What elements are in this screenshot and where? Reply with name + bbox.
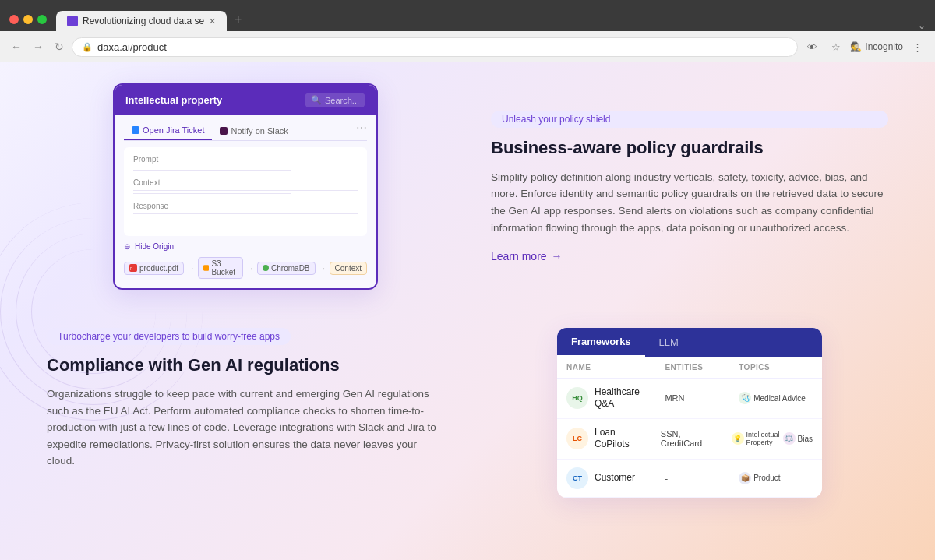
- policy-badge: Unleash your policy shield: [491, 111, 888, 128]
- col-header-entities: ENTITIES: [665, 363, 739, 372]
- prompt-line2: [133, 170, 291, 171]
- healthcare-entities: MRN: [665, 393, 739, 403]
- pipeline-arrow2: →: [246, 264, 254, 273]
- learn-more-link[interactable]: Learn more →: [491, 250, 888, 262]
- ip-icon: 💡: [732, 432, 744, 445]
- ip-card-header: Intellectual property 🔍 Search...: [115, 85, 376, 115]
- tab-slack[interactable]: Notify on Slack: [212, 122, 295, 140]
- decorative-arcs: [31, 203, 171, 421]
- minimize-window-button[interactable]: [23, 15, 33, 24]
- slack-icon: [220, 127, 228, 135]
- lock-icon: 🔒: [82, 42, 93, 52]
- product-icon: 📦: [739, 472, 751, 484]
- incognito-icon: 🕵️: [850, 41, 862, 52]
- tab-jira[interactable]: Open Jira Ticket: [124, 122, 212, 140]
- healthcare-topics: 🩺 Medical Advice: [739, 392, 813, 404]
- medical-icon: 🩺: [739, 392, 751, 404]
- tab-favicon: [67, 16, 78, 26]
- title-bar: Revolutionizing cloud data se ✕ + ⌄: [0, 0, 935, 31]
- name-cell-loan: LC LoanCoPilots: [566, 427, 661, 451]
- pipeline-arrow3: →: [319, 264, 326, 273]
- table-row: LC LoanCoPilots SSN,CreditCard 💡 Intelle…: [557, 419, 822, 460]
- active-tab[interactable]: Revolutionizing cloud data se ✕: [56, 11, 227, 31]
- table-column-headers: NAME ENTITIES TOPICS: [557, 357, 822, 379]
- forward-button[interactable]: →: [30, 39, 47, 55]
- healthcare-name: HealthcareQ&A: [595, 386, 640, 410]
- tab-close-button[interactable]: ✕: [209, 16, 216, 26]
- medical-advice-badge: 🩺 Medical Advice: [739, 392, 806, 404]
- browser-window: Revolutionizing cloud data se ✕ + ⌄ ← → …: [0, 0, 935, 62]
- jira-icon: [132, 126, 139, 134]
- table-row: HQ HealthcareQ&A MRN 🩺 Medical Advice: [557, 379, 822, 419]
- col-header-topics: TOPICS: [739, 363, 813, 372]
- arrow-right-icon: →: [552, 250, 563, 262]
- name-cell-customer: CT Customer: [566, 467, 665, 489]
- tab-frameworks[interactable]: Frameworks: [557, 328, 645, 357]
- back-button[interactable]: ←: [8, 39, 25, 55]
- tab-llm[interactable]: LLM: [645, 329, 693, 356]
- prompt-label: Prompt: [133, 155, 358, 164]
- customer-topics: 📦 Product: [739, 472, 813, 484]
- ip-card-title: Intellectual property: [125, 94, 222, 106]
- s3-icon: [203, 264, 209, 272]
- context-label: Context: [133, 178, 358, 187]
- col-header-name: NAME: [566, 363, 665, 372]
- frameworks-header: Frameworks LLM: [557, 328, 822, 357]
- bias-icon: ⚖️: [783, 432, 796, 445]
- page-content: Intellectual property 🔍 Search... Open J…: [0, 62, 935, 560]
- context-line1: [133, 190, 358, 191]
- new-tab-button[interactable]: +: [227, 8, 249, 31]
- incognito-button[interactable]: 🕵️ Incognito: [850, 41, 903, 52]
- pipeline-item-s3: S3 Bucket: [198, 257, 243, 279]
- maximize-window-button[interactable]: [37, 15, 47, 24]
- nav-bar: ← → ↻ 🔒 daxa.ai/product 👁 ☆ 🕵️ Incognito…: [0, 31, 935, 62]
- customer-avatar: CT: [566, 467, 588, 489]
- ip-tabs: Open Jira Ticket Notify on Slack ⋯: [124, 122, 367, 141]
- customer-name: Customer: [595, 472, 635, 484]
- star-icon[interactable]: ☆: [827, 40, 845, 55]
- name-cell-healthcare: HQ HealthcareQ&A: [566, 386, 665, 410]
- bias-badge: ⚖️ Bias: [783, 432, 813, 445]
- ip-badge: 💡 IntellectualProperty: [732, 431, 780, 446]
- chromadb-dot: [263, 265, 269, 271]
- policy-heading: Business-aware policy guardrails: [491, 137, 888, 160]
- tab-bar: Revolutionizing cloud data se ✕ + ⌄: [56, 8, 926, 31]
- loan-name: LoanCoPilots: [595, 427, 630, 451]
- healthcare-avatar: HQ: [566, 387, 588, 409]
- nav-actions: 👁 ☆ 🕵️ Incognito ⋮: [803, 40, 927, 55]
- svg-rect-2: [203, 266, 209, 271]
- bottom-right-panel: Frameworks LLM NAME ENTITIES TOPICS HQ H…: [491, 328, 888, 498]
- customer-entities: -: [665, 474, 739, 483]
- pipeline-context: Context: [330, 262, 367, 275]
- pipeline-item-chromadb: ChromaDB: [257, 262, 315, 275]
- refresh-button[interactable]: ↻: [51, 39, 67, 55]
- frameworks-card: Frameworks LLM NAME ENTITIES TOPICS HQ H…: [557, 328, 822, 498]
- right-panel-top: Unleash your policy shield Business-awar…: [475, 111, 888, 262]
- table-row: CT Customer - 📦 Product: [557, 460, 822, 498]
- url-text: daxa.ai/product: [97, 41, 167, 53]
- eye-slash-icon[interactable]: 👁: [803, 40, 822, 55]
- loan-entities: SSN,CreditCard: [661, 429, 732, 448]
- menu-button[interactable]: ⋮: [908, 40, 927, 55]
- loan-topics: 💡 IntellectualProperty ⚖️ Bias: [732, 431, 813, 446]
- search-icon: 🔍: [311, 95, 322, 105]
- ip-tab-more[interactable]: ⋯: [356, 122, 367, 140]
- incognito-label: Incognito: [865, 41, 903, 52]
- tab-title: Revolutionizing cloud data se: [83, 16, 204, 26]
- ip-search-bar[interactable]: 🔍 Search...: [305, 93, 365, 107]
- tab-overflow-icon: ⌄: [918, 20, 926, 31]
- context-line2: [133, 193, 291, 194]
- ip-search-placeholder: Search...: [325, 96, 359, 105]
- traffic-lights: [9, 15, 47, 24]
- frameworks-table: NAME ENTITIES TOPICS HQ HealthcareQ&A MR…: [557, 357, 822, 498]
- loan-avatar: LC: [566, 428, 588, 449]
- address-bar[interactable]: 🔒 daxa.ai/product: [72, 37, 798, 57]
- policy-description: Simplify policy definition along industr…: [491, 169, 888, 236]
- close-window-button[interactable]: [9, 15, 19, 24]
- product-badge: 📦 Product: [739, 472, 780, 484]
- prompt-line1: [133, 167, 358, 167]
